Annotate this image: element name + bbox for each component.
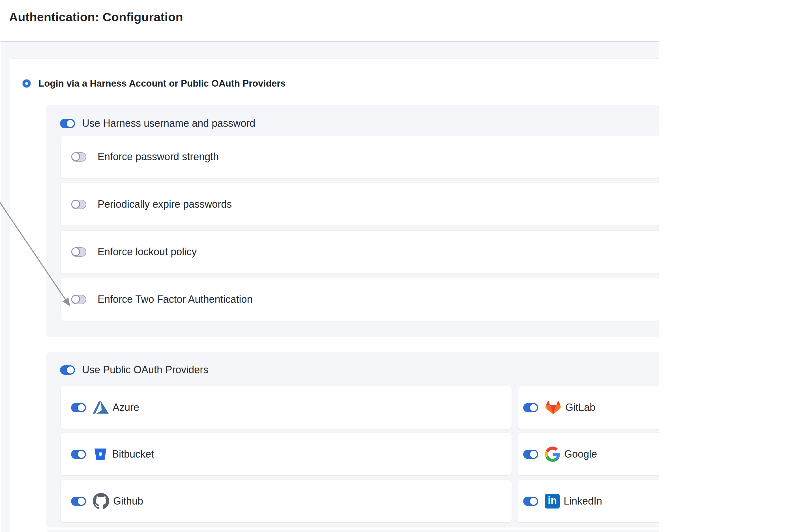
toggle-knob <box>529 403 538 412</box>
bitbucket-label: Bitbucket <box>112 448 154 460</box>
bitbucket-toggle[interactable] <box>71 450 86 459</box>
azure-provider-row: Azure <box>61 386 512 429</box>
github-label: Github <box>113 495 143 507</box>
harness-username-password-row: Use Harness username and password <box>60 118 255 128</box>
login-method-radio-row: Login via a Harness Account or Public OA… <box>23 78 286 89</box>
toggle-knob <box>77 403 86 412</box>
login-method-radio-label: Login via a Harness Account or Public OA… <box>38 78 286 89</box>
linkedin-icon: in <box>545 494 560 509</box>
google-provider-row: Google <box>518 433 659 475</box>
azure-icon <box>93 401 109 414</box>
toggle-knob <box>77 450 86 459</box>
linkedin-provider-row: in LinkedIn <box>518 480 659 522</box>
harness-username-password-toggle[interactable] <box>60 119 75 128</box>
enforce-password-strength-label: Enforce password strength <box>98 151 219 163</box>
gitlab-icon <box>545 400 561 415</box>
github-icon <box>93 493 109 509</box>
enforce-lockout-policy-label: Enforce lockout policy <box>98 246 197 258</box>
toggle-knob <box>71 295 80 304</box>
periodically-expire-passwords-toggle[interactable] <box>71 200 86 209</box>
bitbucket-icon <box>93 446 108 462</box>
authentication-configuration-page: Authentication: Configuration Login via … <box>0 0 790 532</box>
enforce-two-factor-toggle[interactable] <box>71 295 86 304</box>
toggle-knob <box>71 152 80 161</box>
github-toggle[interactable] <box>71 497 86 506</box>
use-public-oauth-row: Use Public OAuth Providers <box>60 365 208 375</box>
toggle-knob <box>77 497 86 506</box>
gitlab-toggle[interactable] <box>523 403 538 412</box>
enforce-password-strength-toggle[interactable] <box>71 152 86 162</box>
enforce-two-factor-label: Enforce Two Factor Authentication <box>98 293 253 305</box>
azure-toggle[interactable] <box>71 403 86 412</box>
enforce-password-strength-row: Enforce password strength <box>61 136 659 178</box>
google-icon <box>545 446 560 462</box>
use-public-oauth-toggle[interactable] <box>60 365 75 375</box>
gitlab-provider-row: GitLab <box>518 386 659 429</box>
gitlab-label: GitLab <box>565 402 595 414</box>
use-public-oauth-label: Use Public OAuth Providers <box>82 364 208 376</box>
periodically-expire-passwords-label: Periodically expire passwords <box>98 198 232 210</box>
auth-settings-panel: Login via a Harness Account or Public OA… <box>1 41 659 532</box>
enforce-lockout-policy-toggle[interactable] <box>71 247 86 256</box>
enforce-two-factor-row: Enforce Two Factor Authentication <box>61 278 659 321</box>
toggle-knob <box>529 450 538 459</box>
toggle-knob <box>71 200 80 209</box>
toggle-knob <box>71 247 80 256</box>
linkedin-label: LinkedIn <box>564 495 602 507</box>
github-provider-row: Github <box>61 480 512 522</box>
periodically-expire-passwords-row: Periodically expire passwords <box>61 183 659 226</box>
bitbucket-provider-row: Bitbucket <box>61 433 512 475</box>
toggle-knob <box>529 497 538 506</box>
radio-selected-icon[interactable] <box>23 79 31 88</box>
azure-label: Azure <box>113 402 139 414</box>
toggle-knob <box>66 366 75 374</box>
linkedin-toggle[interactable] <box>523 497 538 506</box>
page-title: Authentication: Configuration <box>9 10 183 24</box>
toggle-knob <box>66 119 75 128</box>
google-label: Google <box>564 448 597 460</box>
google-toggle[interactable] <box>523 450 538 459</box>
enforce-lockout-policy-row: Enforce lockout policy <box>61 231 659 273</box>
harness-username-password-label: Use Harness username and password <box>82 117 255 129</box>
next-section-card-peek <box>46 530 659 532</box>
